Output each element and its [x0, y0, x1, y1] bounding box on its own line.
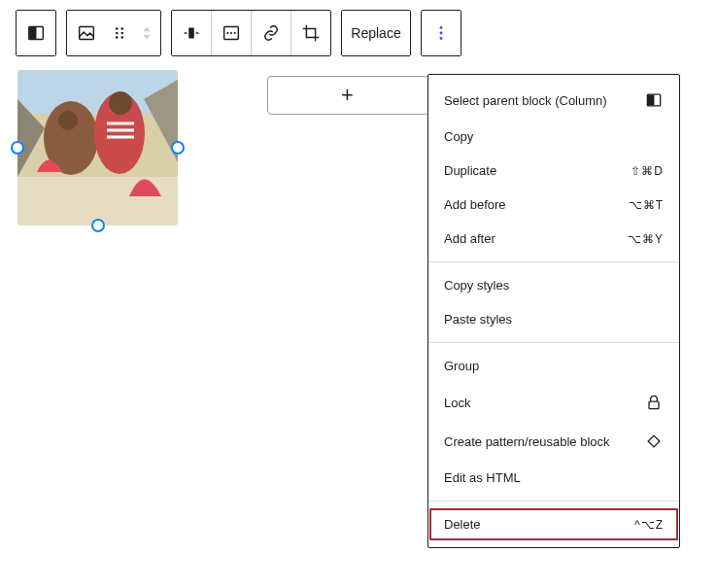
block-options-menu: Select parent block (Column) Copy Duplic… — [427, 74, 680, 548]
resize-handle-left[interactable] — [11, 141, 24, 155]
shortcut: ⌥⌘Y — [628, 232, 664, 246]
add-block-row: + — [267, 76, 445, 115]
resize-handle-bottom[interactable] — [91, 219, 105, 232]
menu-duplicate[interactable]: Duplicate ⇧⌘D — [428, 154, 679, 188]
svg-point-26 — [58, 111, 78, 130]
shortcut: ^⌥Z — [634, 518, 664, 532]
menu-label: Edit as HTML — [444, 470, 521, 485]
lock-icon — [644, 393, 664, 412]
crop-button[interactable] — [291, 11, 330, 55]
plus-icon: + — [341, 83, 354, 108]
block-type-group — [16, 10, 56, 56]
menu-label: Copy — [444, 129, 473, 144]
image-block[interactable] — [17, 70, 178, 225]
shortcut: ⌥⌘T — [629, 198, 664, 212]
menu-label: Delete — [444, 517, 481, 532]
menu-label: Select parent block (Column) — [444, 93, 607, 108]
svg-point-15 — [234, 32, 236, 34]
svg-point-14 — [226, 32, 228, 34]
svg-rect-9 — [188, 28, 194, 39]
svg-rect-1 — [29, 27, 36, 39]
resize-handle-right[interactable] — [171, 141, 185, 155]
svg-rect-2 — [80, 27, 94, 40]
menu-label: Group — [444, 359, 479, 373]
shortcut: ⇧⌘D — [631, 164, 664, 178]
svg-point-7 — [116, 36, 119, 39]
svg-point-8 — [120, 36, 123, 39]
menu-copy[interactable]: Copy — [428, 120, 679, 154]
add-block-button[interactable]: + — [267, 76, 427, 115]
move-up-down-button[interactable] — [133, 11, 160, 55]
menu-label: Lock — [444, 396, 470, 410]
block-type-button[interactable] — [17, 11, 55, 55]
svg-point-16 — [440, 26, 443, 29]
menu-lock[interactable]: Lock — [428, 383, 679, 422]
svg-point-13 — [230, 32, 232, 34]
menu-add-after[interactable]: Add after ⌥⌘Y — [428, 222, 679, 256]
image-icon-button[interactable] — [67, 11, 106, 55]
link-button[interactable] — [252, 11, 290, 55]
align-button[interactable] — [172, 11, 211, 55]
svg-point-6 — [120, 32, 123, 35]
menu-create-pattern[interactable]: Create pattern/reusable block — [428, 422, 679, 461]
menu-label: Copy styles — [444, 278, 509, 293]
menu-label: Add before — [444, 197, 506, 212]
svg-point-3 — [116, 27, 119, 30]
menu-label: Add after — [444, 231, 495, 246]
svg-point-4 — [120, 27, 123, 30]
diamond-icon — [644, 432, 664, 451]
menu-delete[interactable]: Delete ^⌥Z — [428, 507, 679, 541]
menu-edit-html[interactable]: Edit as HTML — [428, 461, 679, 495]
menu-add-before[interactable]: Add before ⌥⌘T — [428, 188, 679, 222]
block-tools-group — [66, 10, 161, 56]
menu-copy-styles[interactable]: Copy styles — [428, 268, 679, 302]
menu-label: Paste styles — [444, 312, 512, 327]
menu-label: Create pattern/reusable block — [444, 434, 610, 449]
image-frame — [17, 70, 178, 225]
replace-group: Replace — [341, 10, 411, 56]
svg-rect-28 — [648, 95, 655, 106]
svg-rect-29 — [649, 401, 659, 409]
menu-label: Duplicate — [444, 163, 496, 178]
caption-button[interactable] — [212, 11, 251, 55]
more-options-button[interactable] — [422, 11, 461, 55]
block-toolbar: Replace — [0, 0, 717, 56]
image-placeholder — [17, 70, 178, 225]
svg-point-25 — [109, 91, 132, 115]
format-group — [171, 10, 331, 56]
more-group — [421, 10, 461, 56]
svg-point-18 — [440, 37, 443, 40]
svg-point-5 — [116, 32, 119, 35]
menu-select-parent[interactable]: Select parent block (Column) — [428, 81, 679, 120]
svg-rect-30 — [648, 435, 660, 447]
replace-button[interactable]: Replace — [342, 11, 410, 55]
column-icon — [644, 90, 664, 110]
svg-point-17 — [440, 32, 443, 35]
menu-paste-styles[interactable]: Paste styles — [428, 302, 679, 336]
drag-handle[interactable] — [106, 11, 133, 55]
menu-group[interactable]: Group — [428, 349, 679, 383]
